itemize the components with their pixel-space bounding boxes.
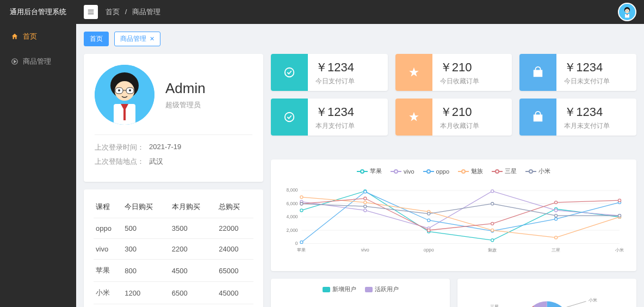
svg-point-54	[364, 201, 367, 204]
svg-line-85	[563, 302, 586, 307]
table-header: 本月购买	[170, 196, 217, 218]
last-place-value: 武汉	[149, 157, 163, 167]
breadcrumb-sep: /	[125, 8, 127, 16]
line-chart-legend: 苹果vivooppo魅族三星小米	[278, 167, 629, 175]
svg-point-38	[491, 239, 494, 242]
legend-item[interactable]: 苹果	[357, 167, 382, 175]
legend-item[interactable]: 小米	[525, 167, 550, 175]
stat-value: ￥210	[440, 59, 479, 76]
stat-label: 本月支付订单	[315, 121, 355, 131]
play-icon	[11, 58, 18, 65]
svg-point-48	[364, 191, 367, 193]
table-header: 今日购买	[122, 196, 170, 218]
table-row: 三星300200034000	[94, 304, 253, 308]
stats-grid: ￥1234今日支付订单￥210今日收藏订单￥1234今日未支付订单￥1234本月…	[271, 54, 636, 152]
svg-point-44	[491, 190, 494, 193]
sidebar-item-label: 首页	[23, 32, 37, 41]
svg-point-66	[364, 205, 367, 208]
svg-point-69	[555, 214, 558, 217]
svg-point-63	[555, 201, 558, 204]
collapse-button[interactable]	[84, 5, 98, 19]
legend-item[interactable]: vivo	[391, 167, 414, 175]
svg-point-18	[285, 113, 294, 122]
app-logo: 通用后台管理系统	[0, 0, 76, 24]
svg-point-13	[118, 89, 120, 91]
course-table-card: 课程今日购买本月购买总购买 oppo500350022000vivo300220…	[84, 189, 263, 307]
svg-text:0: 0	[295, 241, 298, 246]
svg-text:魅族: 魅族	[488, 247, 497, 253]
star-icon	[395, 54, 432, 91]
legend-item[interactable]: 魅族	[458, 167, 483, 175]
svg-text:2,000: 2,000	[286, 228, 298, 233]
svg-point-53	[300, 196, 303, 199]
stat-label: 本月收藏订单	[440, 121, 479, 131]
svg-point-57	[555, 236, 558, 239]
stat-card: ￥1234今日未支付订单	[519, 54, 636, 91]
stat-label: 本月未支付订单	[564, 121, 610, 131]
svg-point-64	[618, 199, 621, 202]
stat-value: ￥1234	[315, 59, 355, 76]
table-row: vivo300220024000	[94, 239, 253, 260]
user-avatar	[95, 65, 154, 125]
svg-point-56	[491, 229, 494, 231]
tab-products[interactable]: 商品管理✕	[114, 32, 160, 46]
check-icon	[271, 99, 308, 136]
svg-rect-5	[628, 10, 629, 11]
svg-text:三星: 三星	[552, 247, 560, 253]
svg-point-47	[300, 241, 303, 243]
star-icon	[395, 99, 432, 136]
topbar: 首页 / 商品管理	[76, 0, 644, 24]
svg-point-68	[491, 202, 494, 205]
user-avatar-top[interactable]	[618, 3, 636, 21]
svg-text:vivo: vivo	[361, 247, 369, 253]
stat-card: ￥210本月收藏订单	[395, 99, 512, 136]
stat-label: 今日未支付订单	[564, 77, 610, 86]
course-table: 课程今日购买本月购买总购买 oppo500350022000vivo300220…	[94, 196, 253, 307]
pie-chart: 小米三星	[464, 285, 630, 307]
legend-item[interactable]: 三星	[492, 167, 517, 175]
user-name: Admin	[165, 80, 206, 97]
svg-text:苹果: 苹果	[297, 247, 306, 253]
user-role: 超级管理员	[165, 100, 206, 110]
bar-chart-legend: 新增用户 活跃用户	[277, 285, 443, 293]
svg-text:小米: 小米	[589, 297, 597, 303]
svg-point-45	[555, 209, 558, 212]
table-header: 总购买	[216, 196, 253, 218]
user-card: Admin 超级管理员 上次登录时间：2021-7-19 上次登陆地点：武汉	[84, 54, 263, 182]
stat-card: ￥210今日收藏订单	[395, 54, 512, 91]
svg-point-60	[364, 197, 367, 200]
sidebar-item-home[interactable]: 首页	[0, 24, 76, 49]
stat-value: ￥210	[440, 104, 479, 120]
sidebar-item-products[interactable]: 商品管理	[0, 49, 76, 74]
bag-icon	[519, 54, 556, 91]
breadcrumb-home[interactable]: 首页	[106, 8, 120, 16]
svg-text:4,000: 4,000	[286, 214, 298, 219]
breadcrumb-current: 商品管理	[132, 8, 160, 16]
close-icon[interactable]: ✕	[150, 35, 154, 42]
stat-value: ￥1234	[564, 104, 610, 120]
stat-card: ￥1234今日支付订单	[271, 54, 388, 91]
svg-text:6,000: 6,000	[286, 201, 298, 206]
home-icon	[11, 33, 18, 40]
svg-point-62	[491, 222, 494, 225]
svg-point-65	[300, 202, 303, 205]
svg-rect-16	[123, 109, 126, 120]
stat-value: ￥1234	[564, 59, 610, 76]
last-place-label: 上次登陆地点：	[95, 157, 149, 167]
stat-label: 今日支付订单	[315, 77, 355, 86]
svg-text:8,000: 8,000	[286, 187, 298, 193]
stat-label: 今日收藏订单	[440, 77, 479, 86]
sidebar: 通用后台管理系统 首页 商品管理	[0, 0, 76, 307]
svg-text:oppo: oppo	[424, 247, 434, 253]
line-chart-card: 苹果vivooppo魅族三星小米 02,0004,0006,0008,000苹果…	[271, 159, 636, 271]
last-login-value: 2021-7-19	[149, 143, 181, 152]
svg-point-49	[428, 219, 430, 222]
table-header: 课程	[94, 196, 122, 218]
last-login-label: 上次登录时间：	[95, 143, 149, 152]
tab-home[interactable]: 首页	[84, 32, 109, 46]
legend-item[interactable]: oppo	[423, 167, 449, 175]
table-row: 小米1200650045000	[94, 282, 253, 304]
svg-point-14	[129, 89, 131, 91]
svg-point-61	[428, 229, 430, 231]
bar-chart-card: 新增用户 活跃用户 400600800	[271, 279, 450, 307]
